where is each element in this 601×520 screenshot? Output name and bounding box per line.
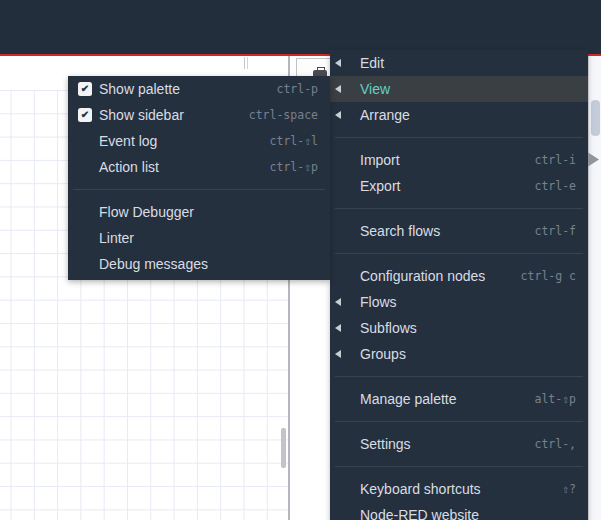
menu-scrollbar-thumb[interactable] <box>591 100 600 136</box>
menu-item-shortcut: ctrl-, <box>524 437 576 451</box>
submenu-left-arrow-icon <box>335 111 341 119</box>
menu-item-shortcut: ctrl-g c <box>511 269 576 283</box>
menu-separator <box>330 199 588 218</box>
menu-item-shortcut: ctrl-⇧l <box>260 134 318 148</box>
submenu-item-flow-debugger[interactable]: Flow Debugger <box>68 199 330 225</box>
menu-item-arrange[interactable]: Arrange <box>330 102 588 128</box>
menu-item-label: Export <box>360 178 400 194</box>
submenu-right-arrow-icon <box>588 153 599 167</box>
menu-separator <box>68 180 330 199</box>
menu-item-label: Show sidebar <box>99 107 184 123</box>
menu-item-label: Flow Debugger <box>99 204 194 220</box>
submenu-left-arrow-icon <box>335 298 341 306</box>
menu-item-label: Event log <box>99 133 157 149</box>
view-submenu: ✔ Show palette ctrl-p ✔ Show sidebar ctr… <box>68 76 330 280</box>
menu-item-label: Arrange <box>360 107 410 123</box>
menu-item-keyboard-shortcuts[interactable]: Keyboard shortcuts ⇧? <box>330 476 588 502</box>
menu-item-flows[interactable]: Flows <box>330 289 588 315</box>
menu-item-shortcut: alt-⇧p <box>524 392 576 406</box>
menu-item-label: Configuration nodes <box>360 268 485 284</box>
menu-item-groups[interactable]: Groups <box>330 341 588 367</box>
menu-separator <box>330 457 588 476</box>
menu-item-label: Edit <box>360 55 384 71</box>
workspace-vertical-scrollbar[interactable] <box>281 428 286 468</box>
menu-item-shortcut: ctrl-p <box>266 82 318 96</box>
menu-item-label: Subflows <box>360 320 417 336</box>
menu-separator <box>330 367 588 386</box>
menu-item-import[interactable]: Import ctrl-i <box>330 147 588 173</box>
menu-item-manage-palette[interactable]: Manage palette alt-⇧p <box>330 386 588 412</box>
checkbox-checked-icon[interactable]: ✔ <box>78 108 92 122</box>
submenu-left-arrow-icon <box>335 350 341 358</box>
menu-item-label: Flows <box>360 294 397 310</box>
menu-item-shortcut: ⇧? <box>552 482 576 496</box>
menu-item-shortcut: ctrl-e <box>524 179 576 193</box>
submenu-item-event-log[interactable]: Event log ctrl-⇧l <box>68 128 330 154</box>
submenu-left-arrow-icon <box>335 324 341 332</box>
submenu-item-show-palette[interactable]: ✔ Show palette ctrl-p <box>68 76 330 102</box>
menu-item-label: View <box>360 81 390 97</box>
flow-tab-divider <box>247 57 248 69</box>
menu-item-edit[interactable]: Edit <box>330 50 588 76</box>
menu-item-subflows[interactable]: Subflows <box>330 315 588 341</box>
checkbox-checked-icon[interactable]: ✔ <box>78 82 92 96</box>
menu-separator <box>330 412 588 431</box>
menu-item-label: Import <box>360 152 400 168</box>
menu-item-label: Linter <box>99 230 134 246</box>
menu-scrollbar-track[interactable] <box>588 56 601 520</box>
menu-item-shortcut: ctrl-i <box>524 153 576 167</box>
menu-item-label: Debug messages <box>99 256 208 272</box>
menu-item-label: Groups <box>360 346 406 362</box>
menu-item-node-red-website[interactable]: Node-RED website <box>330 502 588 520</box>
menu-item-label: Show palette <box>99 81 180 97</box>
menu-item-configuration-nodes[interactable]: Configuration nodes ctrl-g c <box>330 263 588 289</box>
main-dropdown-menu: Edit View Arrange Import ctrl-i Export c… <box>330 50 588 520</box>
menu-item-label: Node-RED website <box>360 507 479 520</box>
menu-item-search-flows[interactable]: Search flows ctrl-f <box>330 218 588 244</box>
submenu-left-arrow-icon <box>335 59 341 67</box>
submenu-item-action-list[interactable]: Action list ctrl-⇧p <box>68 154 330 180</box>
header-bar <box>0 0 601 54</box>
menu-item-shortcut: ctrl-space <box>239 108 318 122</box>
menu-item-label: Keyboard shortcuts <box>360 481 481 497</box>
menu-item-label: Search flows <box>360 223 440 239</box>
menu-item-export[interactable]: Export ctrl-e <box>330 173 588 199</box>
menu-item-label: Settings <box>360 436 411 452</box>
menu-item-shortcut: ctrl-f <box>524 224 576 238</box>
menu-item-view[interactable]: View <box>330 76 588 102</box>
menu-item-label: Action list <box>99 159 159 175</box>
menu-separator <box>330 128 588 147</box>
submenu-item-debug-messages[interactable]: Debug messages <box>68 251 330 277</box>
submenu-left-arrow-icon <box>335 85 341 93</box>
menu-item-label: Manage palette <box>360 391 457 407</box>
menu-item-shortcut: ctrl-⇧p <box>260 160 318 174</box>
submenu-item-show-sidebar[interactable]: ✔ Show sidebar ctrl-space <box>68 102 330 128</box>
submenu-item-linter[interactable]: Linter <box>68 225 330 251</box>
flow-tab-divider <box>244 57 245 69</box>
menu-separator <box>330 244 588 263</box>
menu-item-settings[interactable]: Settings ctrl-, <box>330 431 588 457</box>
